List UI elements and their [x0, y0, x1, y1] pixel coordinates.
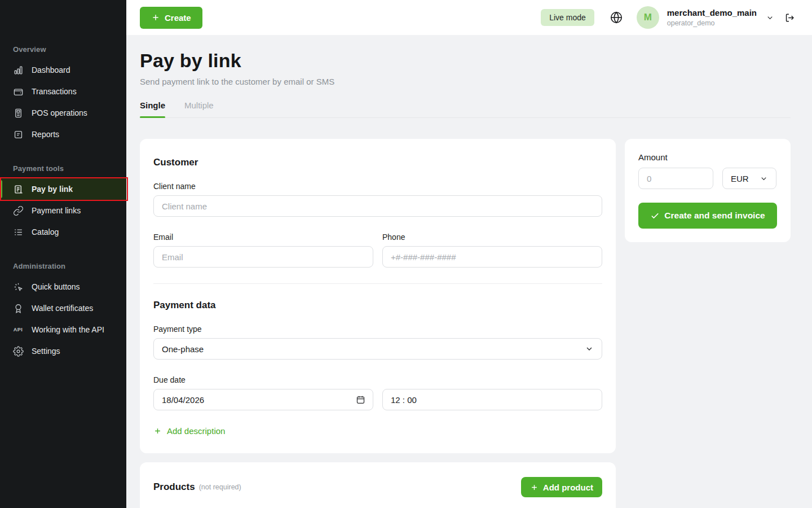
amount-card: Amount EUR Create [625, 139, 791, 242]
api-text-icon: API [12, 324, 24, 335]
sidebar-item-payment-links[interactable]: Payment links [0, 200, 126, 221]
create-and-send-invoice-button[interactable]: Create and send invoice [638, 203, 777, 229]
sidebar-item-catalog[interactable]: Catalog [0, 221, 126, 243]
products-card: Products (not required) Add product Your… [140, 462, 616, 508]
sidebar-item-working-with-the-api[interactable]: API Working with the API [0, 319, 126, 340]
email-label: Email [153, 233, 373, 242]
sidebar-item-pay-by-link[interactable]: Pay by link [0, 178, 126, 200]
sidebar-item-label: Settings [32, 347, 60, 356]
create-button[interactable]: Create [140, 7, 202, 29]
sidebar-item-label: Transactions [32, 87, 77, 96]
sidebar-item-dashboard[interactable]: Dashboard [0, 59, 126, 81]
sidebar-item-label: POS operations [32, 108, 87, 117]
active-item-accent-bar [0, 180, 2, 198]
create-button-label: Create [165, 13, 191, 23]
wallet-icon [12, 86, 24, 97]
columns: Customer Client name Email Phone [140, 139, 791, 508]
amount-label: Amount [638, 152, 777, 162]
globe-icon[interactable] [610, 11, 623, 24]
sidebar-item-wallet-certificates[interactable]: Wallet certificates [0, 297, 126, 319]
email-field-group: Email [153, 233, 373, 268]
due-time-input[interactable] [382, 389, 602, 410]
due-date-input[interactable] [153, 389, 373, 410]
phone-input[interactable] [382, 246, 602, 268]
sidebar-item-label: Working with the API [32, 325, 104, 334]
sidebar-section-payment-tools: Payment tools Pay by link Payment links [0, 164, 126, 243]
customer-payment-card: Customer Client name Email Phone [140, 139, 616, 453]
sidebar-section-administration: Administration Quick buttons Wallet cert… [0, 262, 126, 362]
invoice-icon [12, 183, 24, 195]
plus-icon [153, 427, 162, 435]
due-date-field-group: Due date [153, 375, 602, 410]
plus-icon [151, 13, 160, 22]
tabs: Single Multiple [140, 100, 791, 118]
logout-icon[interactable] [784, 12, 795, 23]
user-role: operator_demo [667, 19, 757, 27]
sidebar-header-payment-tools: Payment tools [0, 164, 126, 178]
page-content: Pay by link Send payment link to the cus… [126, 35, 812, 508]
currency-select[interactable]: EUR [722, 168, 776, 189]
customer-heading: Customer [153, 157, 602, 168]
add-product-button[interactable]: Add product [521, 477, 602, 497]
page-subtitle: Send payment link to the customer by ema… [140, 77, 791, 86]
currency-value: EUR [731, 174, 749, 183]
client-name-input[interactable] [153, 195, 602, 217]
avatar: M [637, 6, 659, 29]
report-document-icon [12, 129, 24, 140]
sidebar-item-label: Quick buttons [32, 282, 80, 291]
sidebar-item-label: Catalog [32, 227, 59, 237]
sidebar-item-label: Dashboard [32, 65, 70, 75]
sidebar-header-overview: Overview [0, 45, 126, 59]
sidebar-item-quick-buttons[interactable]: Quick buttons [0, 276, 126, 297]
award-ribbon-icon [12, 303, 24, 314]
topbar-right: Live mode M merchant_demo_main operator_… [541, 6, 795, 29]
sidebar-item-label: Reports [32, 130, 59, 139]
tab-single[interactable]: Single [140, 100, 165, 117]
client-name-label: Client name [153, 182, 602, 191]
user-meta: merchant_demo_main operator_demo [667, 8, 757, 27]
payment-type-select[interactable]: One-phase [153, 338, 602, 360]
chevron-down-icon[interactable] [766, 14, 774, 22]
sidebar-item-reports[interactable]: Reports [0, 124, 126, 145]
sidebar-item-label: Pay by link [32, 185, 73, 194]
check-icon [650, 211, 660, 221]
products-note: (not required) [199, 483, 241, 491]
sidebar-item-transactions[interactable]: Transactions [0, 81, 126, 102]
phone-label: Phone [382, 233, 602, 242]
products-header: Products (not required) Add product [153, 477, 602, 497]
plus-icon [530, 483, 539, 492]
page-title: Pay by link [140, 50, 791, 72]
tab-multiple[interactable]: Multiple [184, 100, 214, 117]
due-time-input-wrap [382, 389, 602, 410]
link-icon [12, 205, 24, 216]
user-name: merchant_demo_main [667, 8, 757, 17]
due-date-label: Due date [153, 375, 602, 384]
app-root: Overview Dashboard Transactions POS oper… [0, 0, 812, 508]
sidebar-section-overview: Overview Dashboard Transactions POS oper… [0, 45, 126, 145]
phone-field-group: Phone [382, 233, 602, 268]
amount-input[interactable] [638, 168, 713, 189]
sidebar-item-label: Wallet certificates [32, 304, 93, 313]
products-heading: Products [153, 481, 195, 493]
sidebar-item-pos-operations[interactable]: POS operations [0, 102, 126, 124]
client-name-field-group: Client name [153, 182, 602, 217]
sidebar-header-administration: Administration [0, 262, 126, 276]
sidebar-item-settings[interactable]: Settings [0, 340, 126, 362]
add-description-link[interactable]: Add description [153, 426, 225, 436]
add-description-label: Add description [167, 426, 225, 436]
bar-chart-icon [12, 64, 24, 76]
user-menu[interactable]: M merchant_demo_main operator_demo [637, 6, 757, 29]
add-product-label: Add product [543, 483, 593, 492]
list-icon [12, 226, 24, 238]
email-input[interactable] [153, 246, 373, 268]
live-mode-badge: Live mode [541, 9, 594, 26]
submit-label: Create and send invoice [664, 211, 765, 221]
main-area: Create Live mode M merchant_demo_main op… [126, 0, 812, 508]
left-column: Customer Client name Email Phone [140, 139, 616, 508]
payment-type-field-group: Payment type One-phase [153, 325, 602, 360]
sidebar: Overview Dashboard Transactions POS oper… [0, 0, 126, 508]
sparkle-click-icon [12, 281, 24, 292]
section-divider [153, 283, 602, 284]
right-column: Amount EUR Create [625, 139, 791, 242]
topbar: Create Live mode M merchant_demo_main op… [126, 0, 812, 35]
